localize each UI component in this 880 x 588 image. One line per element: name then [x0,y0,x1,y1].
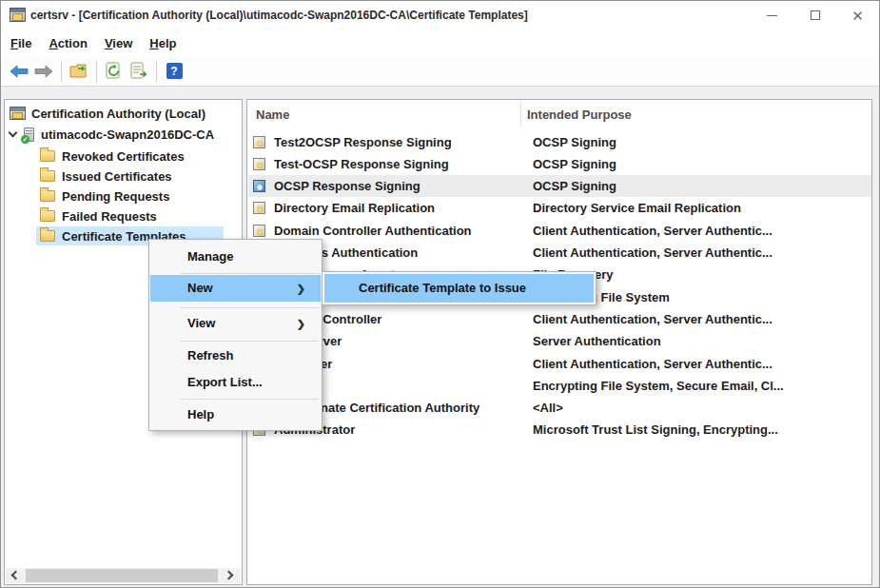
menu-separator [180,273,319,274]
app-icon [10,8,26,22]
maximize-button[interactable] [793,1,836,29]
toolbar-separator [156,61,157,82]
context-menu-item-export-list[interactable]: Export List... [150,369,321,396]
tree-item-issued-certificates[interactable]: Issued Certificates [40,167,172,186]
list-row[interactable]: Web Server Server Authentication [253,330,871,352]
show-hide-console-tree-icon[interactable] [68,60,90,83]
column-divider[interactable] [520,102,521,127]
maximize-icon [811,10,820,20]
list-row[interactable]: User Encrypting File System, Secure Emai… [253,375,871,397]
menu-action[interactable]: Action [41,32,94,54]
context-menu-item-manage[interactable]: Manage [150,244,321,270]
new-submenu: Certificate Template to Issue [322,271,596,305]
menu-separator [180,307,319,308]
horizontal-scrollbar[interactable] [6,568,241,583]
minimize-button[interactable] [751,1,793,29]
scroll-left-icon[interactable] [11,571,21,580]
list-row[interactable]: Directory Email Replication Directory Se… [253,197,871,219]
scrollbar-thumb[interactable] [26,569,218,582]
list-row[interactable]: Kerberos Authentication Client Authentic… [253,242,871,264]
folder-icon [40,150,55,162]
close-icon: ✕ [851,9,864,23]
list-row-selected[interactable]: OCSP Response Signing OCSP Signing [253,175,871,197]
submenu-item-certificate-template-to-issue[interactable]: Certificate Template to Issue [324,274,594,303]
title-bar[interactable]: certsrv - [Certification Authority (Loca… [1,1,879,29]
list-row[interactable]: Domain Controller Client Authentication,… [253,308,871,330]
context-menu: Manage New ❯ View ❯ Refresh Export List.… [148,239,323,431]
menu-view[interactable]: View [97,32,140,54]
tree-item-ca-server[interactable]: utimacodc-Swapn2016DC-CA [10,125,214,144]
menu-file[interactable]: File [3,32,39,54]
forward-icon[interactable] [32,60,55,83]
scroll-right-icon[interactable] [225,571,234,580]
folder-icon [40,190,55,202]
menu-separator [180,399,319,400]
context-menu-item-view[interactable]: View ❯ [150,310,321,337]
context-menu-item-help[interactable]: Help [150,402,321,428]
toolbar: ? [1,56,879,87]
tree-item-pending-requests[interactable]: Pending Requests [40,186,169,206]
list-row[interactable]: Domain Controller Authentication Client … [253,220,871,242]
certification-authority-icon [10,107,26,120]
close-button[interactable]: ✕ [836,1,879,29]
menu-bar: File Action View Help [1,29,879,56]
toolbar-separator [96,61,97,82]
certsrv-window: certsrv - [Certification Authority (Loca… [0,0,880,588]
tree-item-revoked-certificates[interactable]: Revoked Certificates [40,147,185,166]
certificate-template-icon [253,202,265,214]
folder-icon [40,230,55,242]
submenu-arrow-icon: ❯ [297,275,305,302]
list-row[interactable]: Administrator Microsoft Trust List Signi… [253,419,871,441]
context-menu-item-refresh[interactable]: Refresh [150,343,321,369]
toolbar-separator [61,61,62,82]
folder-icon [40,170,55,182]
menu-separator [180,341,319,342]
folder-icon [40,210,55,222]
template-list-pane: Name Intended Purpose Test2OCSP Response… [246,99,872,585]
export-list-icon[interactable] [127,60,150,83]
column-header-name[interactable]: Name [256,108,289,122]
submenu-arrow-icon: ❯ [297,310,305,337]
list-row[interactable]: Computer Client Authentication, Server A… [253,353,871,375]
certificate-template-icon [253,180,265,192]
tree-item-failed-requests[interactable]: Failed Requests [40,206,157,225]
certificate-template-icon [253,225,265,237]
workspace: Certification Authority (Local) utimacod… [1,87,879,588]
ca-server-icon [24,127,34,142]
list-row[interactable]: Test-OCSP Response Signing OCSP Signing [253,153,871,175]
help-icon[interactable]: ? [163,60,186,83]
list-row[interactable]: Test2OCSP Response Signing OCSP Signing [253,131,871,153]
list-row[interactable]: Subordinate Certification Authority <All… [253,397,871,419]
certificate-template-icon [253,158,265,170]
column-header-intended-purpose[interactable]: Intended Purpose [527,108,632,122]
chevron-expanded-icon[interactable] [9,127,18,137]
certificate-template-icon [253,136,265,148]
back-icon[interactable] [8,60,30,83]
minimize-icon [767,15,777,16]
window-title: certsrv - [Certification Authority (Loca… [30,9,528,22]
refresh-icon[interactable] [103,60,126,83]
menu-help[interactable]: Help [142,32,184,54]
context-menu-item-new[interactable]: New ❯ [150,275,321,302]
tree-item-certification-authority[interactable]: Certification Authority (Local) [10,104,205,123]
